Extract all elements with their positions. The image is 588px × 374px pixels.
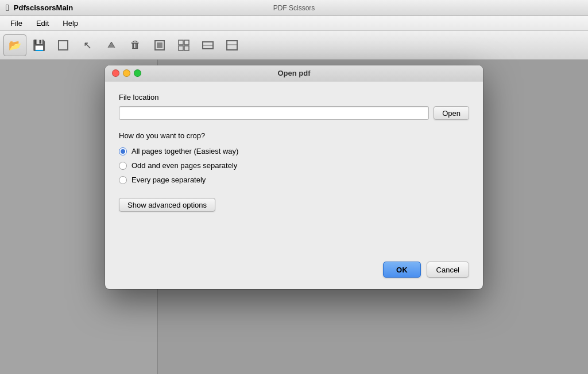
app-name: PdfscissorsMain bbox=[14, 3, 73, 12]
file-location-input[interactable] bbox=[119, 106, 429, 120]
dialog-footer: OK Cancel bbox=[383, 262, 469, 278]
cursor-button[interactable]: ↖ bbox=[76, 34, 99, 56]
file-location-row: Open bbox=[119, 106, 469, 120]
menu-edit[interactable]: Edit bbox=[30, 18, 55, 29]
open-pdf-dialog: Open pdf File location Open How do you w… bbox=[105, 65, 483, 289]
svg-rect-9 bbox=[227, 41, 237, 50]
cancel-button[interactable]: Cancel bbox=[427, 262, 469, 278]
radio-odd-even-circle[interactable] bbox=[119, 162, 127, 170]
window-title: PDF Scissors bbox=[273, 4, 315, 12]
svg-rect-5 bbox=[179, 46, 183, 50]
close-button[interactable] bbox=[112, 69, 119, 77]
maximize-button[interactable] bbox=[134, 69, 141, 77]
dialog-titlebar: Open pdf bbox=[105, 65, 483, 81]
open-folder-button[interactable]: 📂 bbox=[3, 34, 26, 56]
crop4-button[interactable] bbox=[220, 34, 243, 56]
main-content: Open pdf File location Open How do you w… bbox=[0, 60, 588, 374]
svg-rect-0 bbox=[59, 41, 68, 50]
minimize-button[interactable] bbox=[123, 69, 130, 77]
save-button[interactable]: 💾 bbox=[28, 34, 51, 56]
radio-option-odd-even[interactable]: Odd and even pages separately bbox=[119, 161, 469, 170]
toolbar: 📂 💾 ↖ 🗑 bbox=[0, 31, 588, 60]
trash-button[interactable]: 🗑 bbox=[124, 34, 147, 56]
menu-bar: File Edit Help bbox=[0, 16, 588, 31]
ok-button[interactable]: OK bbox=[383, 262, 421, 278]
radio-odd-even-label: Odd and even pages separately bbox=[131, 161, 237, 170]
menu-help[interactable]: Help bbox=[57, 18, 84, 29]
radio-all-pages-label: All pages together (Easiest way) bbox=[131, 147, 238, 155]
crop2-button[interactable] bbox=[172, 34, 195, 56]
svg-rect-4 bbox=[184, 40, 189, 45]
radio-all-pages-circle[interactable] bbox=[119, 147, 127, 155]
radio-every-page-label: Every page separately bbox=[131, 176, 206, 184]
crop-question: How do you want to crop? bbox=[119, 131, 469, 140]
radio-every-page-circle[interactable] bbox=[119, 176, 127, 184]
crop1-button[interactable] bbox=[148, 34, 171, 56]
menu-file[interactable]: File bbox=[5, 18, 28, 29]
svg-rect-2 bbox=[157, 42, 163, 48]
crop3-button[interactable] bbox=[196, 34, 219, 56]
dialog-overlay: Open pdf File location Open How do you w… bbox=[0, 60, 588, 374]
select-button[interactable] bbox=[52, 34, 75, 56]
radio-option-every-page[interactable]: Every page separately bbox=[119, 176, 469, 184]
svg-rect-6 bbox=[184, 46, 189, 50]
radio-option-all-pages[interactable]: All pages together (Easiest way) bbox=[119, 147, 469, 155]
dialog-traffic-lights bbox=[112, 69, 141, 77]
apple-icon:  bbox=[6, 3, 9, 13]
eraser-button[interactable] bbox=[100, 34, 123, 56]
dialog-body: File location Open How do you want to cr… bbox=[105, 81, 483, 223]
show-advanced-options-button[interactable]: Show advanced options bbox=[119, 198, 215, 212]
open-button[interactable]: Open bbox=[434, 106, 469, 120]
dialog-title: Open pdf bbox=[277, 69, 310, 77]
title-bar:  PdfscissorsMain PDF Scissors bbox=[0, 0, 588, 16]
file-location-label: File location bbox=[119, 93, 469, 102]
svg-rect-3 bbox=[179, 40, 183, 45]
